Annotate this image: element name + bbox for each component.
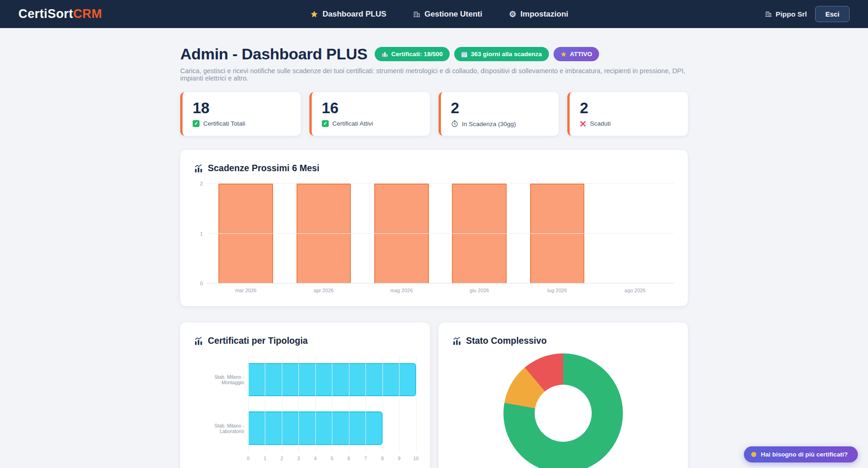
bar	[530, 184, 585, 283]
company-name: Pippo Srl	[765, 10, 807, 18]
chart-plot-area	[207, 184, 674, 283]
chart-title: Certificati per Tipologia	[208, 335, 308, 346]
nav-item-dashboard-plus[interactable]: Dashboard PLUS	[310, 10, 386, 19]
page-title: Admin - Dashboard PLUS	[180, 45, 367, 63]
stat-label: Certificati Attivi	[332, 120, 373, 127]
y-axis-tick: 0	[200, 281, 203, 286]
logout-button[interactable]: Esci	[815, 6, 850, 22]
check-icon: ✓	[322, 120, 329, 127]
x-axis-tick: lug 2026	[518, 288, 596, 293]
check-icon: ✓	[193, 120, 200, 127]
certificates-count-badge: Certificati: 18/500	[375, 47, 450, 61]
expiry-chart-card: Scadenze Prossimi 6 Mesi 012 mar 2026apr…	[180, 150, 688, 306]
gridline	[207, 183, 674, 184]
bar-chart-icon	[452, 336, 462, 346]
x-axis-tick: 6	[348, 456, 350, 461]
main-nav: Dashboard PLUS Gestione Utenti ⚙ Imposta…	[310, 10, 568, 19]
typology-bar-chart: Stab. Milano - MontaggioStab. Milano - L…	[194, 355, 416, 464]
stat-value: 16	[322, 100, 420, 116]
chart-title-row: Scadenze Prossimi 6 Mesi	[194, 163, 674, 173]
x-axis: mar 2026apr 2026mag 2026giu 2026lug 2026…	[207, 288, 674, 293]
gear-icon: ⚙	[509, 10, 516, 18]
stat-label-row: Scaduti	[580, 120, 678, 127]
x-axis-tick: mag 2026	[363, 288, 440, 293]
app-logo[interactable]: CertiSortCRM	[18, 7, 102, 21]
company-label: Pippo Srl	[776, 10, 807, 18]
navbar-right: Pippo Srl Esci	[765, 6, 850, 22]
stat-card-in-scadenza: 2 In Scadenza (30gg)	[439, 92, 559, 136]
category-label: Stab. Milano - Laboratorio	[194, 404, 248, 453]
status-chart-card: Stato Complessivo	[439, 323, 688, 468]
building-icon	[413, 11, 420, 18]
expiry-days-badge: 363 giorni alla scadenza	[454, 47, 549, 61]
gridline	[248, 355, 249, 452]
x-axis-tick: apr 2026	[285, 288, 362, 293]
badge-label: Certificati: 18/500	[391, 51, 443, 58]
stat-label: Certificati Totali	[203, 120, 245, 127]
donut-wrap	[452, 353, 674, 468]
top-navbar: CertiSortCRM Dashboard PLUS Gestione Ute…	[0, 0, 868, 28]
stat-label: Scaduti	[590, 120, 611, 127]
x-axis-tick: 0	[247, 456, 250, 461]
bar	[452, 184, 507, 283]
gridline	[315, 355, 316, 452]
bar-slot	[363, 184, 440, 283]
stat-label: In Scadenza (30gg)	[462, 121, 516, 127]
stat-value: 2	[451, 100, 549, 116]
category-axis: Stab. Milano - MontaggioStab. Milano - L…	[194, 355, 248, 452]
bar	[374, 184, 429, 283]
chart-plot-area	[248, 355, 416, 452]
need-more-certificates-button[interactable]: Hai bisogno di più certificati?	[744, 446, 858, 462]
x-axis-tick: 5	[331, 456, 333, 461]
chart-title: Scadenze Prossimi 6 Mesi	[208, 163, 320, 173]
y-axis: 012	[194, 184, 207, 283]
gridline	[298, 355, 299, 452]
x-axis-tick: giu 2026	[440, 288, 518, 293]
gold-dot-icon	[751, 452, 756, 457]
x-axis-tick: 4	[314, 456, 317, 461]
clock-icon	[451, 120, 458, 127]
nav-label: Gestione Utenti	[424, 10, 482, 19]
x-axis-tick: 2	[280, 456, 283, 461]
main-content: Admin - Dashboard PLUS Certificati: 18/5…	[180, 28, 688, 468]
building-icon	[765, 11, 772, 17]
nav-item-impostazioni[interactable]: ⚙ Impostazioni	[509, 10, 568, 19]
calendar-icon	[461, 51, 468, 58]
bars-layer	[207, 184, 674, 283]
x-axis-tick: 7	[364, 456, 367, 461]
expiry-bar-chart: 012	[194, 184, 674, 283]
status-donut-chart	[503, 353, 623, 468]
bar-slot	[285, 184, 362, 283]
stat-card-totali: 18 ✓ Certificati Totali	[180, 92, 301, 136]
bar-slot	[440, 184, 518, 283]
logo-accent: CRM	[73, 7, 102, 21]
stats-row: 18 ✓ Certificati Totali 16 ✓ Certificati…	[180, 92, 688, 136]
nav-item-gestione-utenti[interactable]: Gestione Utenti	[413, 10, 482, 19]
star-icon	[560, 51, 567, 58]
star-icon	[310, 10, 318, 18]
typology-chart-card: Certificati per Tipologia Stab. Milano -…	[180, 323, 430, 468]
stat-card-scaduti: 2 Scaduti	[567, 92, 688, 136]
chart-title-row: Certificati per Tipologia	[194, 335, 416, 346]
x-axis-tick: 1	[264, 456, 267, 461]
bar-slot	[518, 184, 596, 283]
bar	[218, 184, 273, 283]
badge-label: ATTIVO	[570, 51, 593, 58]
chart-title-row: Stato Complessivo	[452, 335, 674, 346]
x-axis-tick: ago 2026	[596, 288, 674, 293]
stat-card-attivi: 16 ✓ Certificati Attivi	[309, 92, 430, 136]
stat-value: 18	[193, 100, 291, 116]
badge-label: 363 giorni alla scadenza	[471, 51, 542, 58]
floating-button-label: Hai bisogno di più certificati?	[761, 451, 848, 458]
gridline	[399, 355, 400, 452]
page-header: Admin - Dashboard PLUS Certificati: 18/5…	[180, 45, 688, 63]
stat-label-row: In Scadenza (30gg)	[451, 120, 549, 127]
x-axis-tick: 10	[413, 456, 419, 461]
gridline	[416, 355, 417, 452]
bar-slot	[596, 184, 674, 283]
gridline	[332, 355, 332, 452]
stat-label-row: ✓ Certificati Attivi	[322, 120, 420, 127]
x-axis-tick: 9	[398, 456, 400, 461]
gridline	[207, 283, 674, 283]
stat-value: 2	[580, 100, 678, 116]
